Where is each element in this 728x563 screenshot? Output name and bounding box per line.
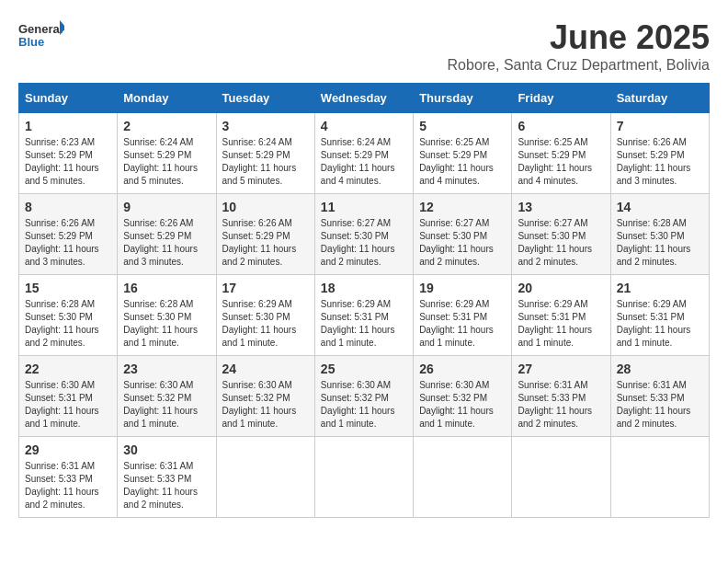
calendar-cell: 11Sunrise: 6:27 AMSunset: 5:30 PMDayligh… (314, 194, 413, 275)
day-info: Sunrise: 6:31 AMSunset: 5:33 PMDaylight:… (617, 379, 703, 431)
calendar-cell: 7Sunrise: 6:26 AMSunset: 5:29 PMDaylight… (610, 113, 709, 194)
calendar-cell: 9Sunrise: 6:26 AMSunset: 5:29 PMDaylight… (118, 194, 216, 275)
day-number: 15 (25, 281, 111, 295)
calendar-cell (610, 437, 709, 518)
day-info: Sunrise: 6:25 AMSunset: 5:29 PMDaylight:… (419, 136, 506, 188)
weekday-header-sunday: Sunday (19, 84, 118, 113)
calendar-cell: 16Sunrise: 6:28 AMSunset: 5:30 PMDayligh… (118, 275, 216, 356)
calendar-cell (314, 437, 413, 518)
calendar-cell: 24Sunrise: 6:30 AMSunset: 5:32 PMDayligh… (216, 356, 314, 437)
day-number: 10 (222, 200, 309, 214)
day-number: 5 (419, 119, 506, 133)
day-info: Sunrise: 6:27 AMSunset: 5:30 PMDaylight:… (419, 217, 506, 269)
title-area: June 2025 Robore, Santa Cruz Department,… (448, 18, 710, 74)
day-number: 8 (25, 200, 111, 214)
day-number: 27 (518, 362, 604, 376)
calendar-cell: 3Sunrise: 6:24 AMSunset: 5:29 PMDaylight… (216, 113, 314, 194)
calendar-cell: 15Sunrise: 6:28 AMSunset: 5:30 PMDayligh… (19, 275, 118, 356)
calendar-cell: 22Sunrise: 6:30 AMSunset: 5:31 PMDayligh… (19, 356, 118, 437)
day-info: Sunrise: 6:23 AMSunset: 5:29 PMDaylight:… (25, 136, 111, 188)
day-number: 12 (419, 200, 506, 214)
logo: General Blue (18, 18, 64, 55)
calendar-cell: 19Sunrise: 6:29 AMSunset: 5:31 PMDayligh… (414, 275, 512, 356)
header: General Blue June 2025 Robore, Santa Cru… (18, 18, 710, 74)
day-number: 17 (222, 281, 309, 295)
calendar-week-row: 15Sunrise: 6:28 AMSunset: 5:30 PMDayligh… (19, 275, 710, 356)
day-info: Sunrise: 6:30 AMSunset: 5:32 PMDaylight:… (419, 379, 506, 431)
day-info: Sunrise: 6:28 AMSunset: 5:30 PMDaylight:… (617, 217, 703, 269)
day-info: Sunrise: 6:30 AMSunset: 5:31 PMDaylight:… (25, 379, 111, 431)
calendar-cell: 23Sunrise: 6:30 AMSunset: 5:32 PMDayligh… (118, 356, 216, 437)
calendar-cell: 28Sunrise: 6:31 AMSunset: 5:33 PMDayligh… (610, 356, 709, 437)
calendar-cell: 26Sunrise: 6:30 AMSunset: 5:32 PMDayligh… (414, 356, 512, 437)
day-number: 28 (617, 362, 703, 376)
calendar-week-row: 22Sunrise: 6:30 AMSunset: 5:31 PMDayligh… (19, 356, 710, 437)
calendar-cell: 20Sunrise: 6:29 AMSunset: 5:31 PMDayligh… (512, 275, 610, 356)
weekday-header-row: SundayMondayTuesdayWednesdayThursdayFrid… (19, 84, 710, 113)
day-info: Sunrise: 6:26 AMSunset: 5:29 PMDaylight:… (222, 217, 309, 269)
day-info: Sunrise: 6:24 AMSunset: 5:29 PMDaylight:… (222, 136, 309, 188)
weekday-header-friday: Friday (512, 84, 610, 113)
day-number: 22 (25, 362, 111, 376)
calendar-cell: 14Sunrise: 6:28 AMSunset: 5:30 PMDayligh… (610, 194, 709, 275)
day-info: Sunrise: 6:26 AMSunset: 5:29 PMDaylight:… (617, 136, 703, 188)
day-number: 6 (518, 119, 604, 133)
calendar-cell: 21Sunrise: 6:29 AMSunset: 5:31 PMDayligh… (610, 275, 709, 356)
logo-svg: General Blue (18, 18, 64, 55)
day-number: 25 (321, 362, 407, 376)
day-info: Sunrise: 6:29 AMSunset: 5:30 PMDaylight:… (222, 298, 309, 350)
day-info: Sunrise: 6:29 AMSunset: 5:31 PMDaylight:… (518, 298, 604, 350)
calendar-cell: 8Sunrise: 6:26 AMSunset: 5:29 PMDaylight… (19, 194, 118, 275)
day-number: 26 (419, 362, 506, 376)
day-number: 20 (518, 281, 604, 295)
calendar-cell: 25Sunrise: 6:30 AMSunset: 5:32 PMDayligh… (314, 356, 413, 437)
day-number: 4 (321, 119, 407, 133)
day-number: 30 (123, 442, 210, 457)
day-number: 11 (321, 200, 407, 214)
day-number: 1 (25, 119, 111, 133)
calendar-table: SundayMondayTuesdayWednesdayThursdayFrid… (18, 83, 710, 518)
calendar-cell: 2Sunrise: 6:24 AMSunset: 5:29 PMDaylight… (118, 113, 216, 194)
day-number: 24 (222, 362, 309, 376)
day-info: Sunrise: 6:24 AMSunset: 5:29 PMDaylight:… (321, 136, 407, 188)
day-number: 14 (617, 200, 703, 214)
weekday-header-saturday: Saturday (610, 84, 709, 113)
day-info: Sunrise: 6:26 AMSunset: 5:29 PMDaylight:… (123, 217, 210, 269)
day-number: 13 (518, 200, 604, 214)
calendar-cell: 18Sunrise: 6:29 AMSunset: 5:31 PMDayligh… (314, 275, 413, 356)
day-number: 16 (123, 281, 210, 295)
location-title: Robore, Santa Cruz Department, Bolivia (448, 57, 710, 74)
day-info: Sunrise: 6:28 AMSunset: 5:30 PMDaylight:… (25, 298, 111, 350)
calendar-cell (512, 437, 610, 518)
month-title: June 2025 (448, 18, 710, 57)
calendar-cell (414, 437, 512, 518)
day-info: Sunrise: 6:29 AMSunset: 5:31 PMDaylight:… (321, 298, 407, 350)
calendar-cell: 12Sunrise: 6:27 AMSunset: 5:30 PMDayligh… (414, 194, 512, 275)
day-number: 9 (123, 200, 210, 214)
day-info: Sunrise: 6:27 AMSunset: 5:30 PMDaylight:… (518, 217, 604, 269)
day-info: Sunrise: 6:31 AMSunset: 5:33 PMDaylight:… (123, 460, 210, 511)
calendar-cell (216, 437, 314, 518)
day-info: Sunrise: 6:31 AMSunset: 5:33 PMDaylight:… (518, 379, 604, 431)
calendar-cell: 13Sunrise: 6:27 AMSunset: 5:30 PMDayligh… (512, 194, 610, 275)
calendar-week-row: 8Sunrise: 6:26 AMSunset: 5:29 PMDaylight… (19, 194, 710, 275)
calendar-cell: 4Sunrise: 6:24 AMSunset: 5:29 PMDaylight… (314, 113, 413, 194)
calendar-week-row: 29Sunrise: 6:31 AMSunset: 5:33 PMDayligh… (19, 437, 710, 518)
day-info: Sunrise: 6:30 AMSunset: 5:32 PMDaylight:… (321, 379, 407, 431)
svg-text:Blue: Blue (18, 35, 44, 49)
calendar-cell: 30Sunrise: 6:31 AMSunset: 5:33 PMDayligh… (118, 437, 216, 518)
calendar-cell: 1Sunrise: 6:23 AMSunset: 5:29 PMDaylight… (19, 113, 118, 194)
calendar-week-row: 1Sunrise: 6:23 AMSunset: 5:29 PMDaylight… (19, 113, 710, 194)
day-number: 18 (321, 281, 407, 295)
svg-text:General: General (18, 22, 63, 36)
day-info: Sunrise: 6:25 AMSunset: 5:29 PMDaylight:… (518, 136, 604, 188)
day-number: 19 (419, 281, 506, 295)
day-info: Sunrise: 6:26 AMSunset: 5:29 PMDaylight:… (25, 217, 111, 269)
day-info: Sunrise: 6:30 AMSunset: 5:32 PMDaylight:… (123, 379, 210, 431)
day-info: Sunrise: 6:29 AMSunset: 5:31 PMDaylight:… (617, 298, 703, 350)
day-info: Sunrise: 6:31 AMSunset: 5:33 PMDaylight:… (25, 460, 111, 511)
weekday-header-tuesday: Tuesday (216, 84, 314, 113)
calendar-cell: 27Sunrise: 6:31 AMSunset: 5:33 PMDayligh… (512, 356, 610, 437)
day-info: Sunrise: 6:28 AMSunset: 5:30 PMDaylight:… (123, 298, 210, 350)
day-info: Sunrise: 6:27 AMSunset: 5:30 PMDaylight:… (321, 217, 407, 269)
